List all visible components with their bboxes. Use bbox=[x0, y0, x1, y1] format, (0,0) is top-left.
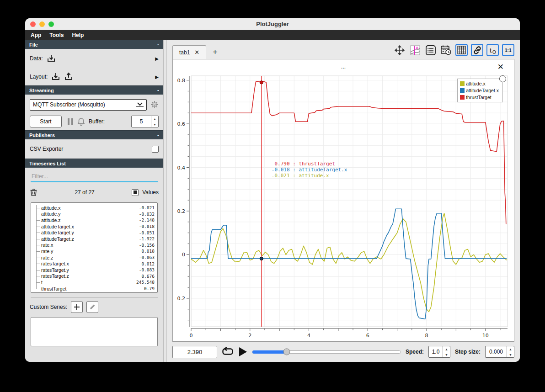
t0-time-offset-icon[interactable]: tO bbox=[486, 44, 499, 56]
series-value: 0.018 bbox=[141, 249, 155, 254]
legend-entry[interactable]: thrustTarget bbox=[460, 95, 499, 100]
main-area: tab1 ✕ + A bbox=[167, 40, 520, 362]
timeseries-row[interactable]: rate.y0.018 bbox=[31, 248, 155, 254]
load-data-icon[interactable] bbox=[47, 54, 56, 63]
data-expand-arrow[interactable]: ▶ bbox=[155, 56, 159, 61]
tracker-style-icon[interactable]: A bbox=[409, 44, 421, 56]
buffer-up-arrow[interactable]: ▲ bbox=[151, 116, 158, 122]
curve-list-icon[interactable] bbox=[424, 44, 437, 56]
speed-up-arrow[interactable]: ▲ bbox=[443, 346, 450, 352]
menu-tools[interactable]: Tools bbox=[49, 32, 64, 38]
pause-icon[interactable] bbox=[67, 118, 74, 125]
timeseries-row[interactable]: thrustTarget0.79 bbox=[31, 286, 155, 292]
timeseries-row[interactable]: attitudeTarget.y-0.051 bbox=[31, 229, 155, 236]
timeseries-row[interactable]: attitude.x-0.021 bbox=[31, 205, 155, 211]
add-custom-series-button[interactable] bbox=[71, 301, 83, 313]
plot-close-icon[interactable]: ✕ bbox=[497, 62, 504, 72]
move-tool-icon[interactable] bbox=[393, 44, 406, 56]
timeseries-row[interactable]: ratesTarget.y-0.083 bbox=[31, 267, 155, 273]
loop-icon[interactable] bbox=[222, 347, 234, 357]
plot-chart[interactable]: 02468100.80.60.40.20-0.2 0.790 : thrustT… bbox=[173, 73, 514, 341]
plot-legend[interactable]: attitude.x attitudeTarget.x thrustTarget bbox=[457, 79, 503, 102]
series-name[interactable]: ratesTarget.y bbox=[41, 267, 69, 273]
series-name[interactable]: rate.z bbox=[41, 255, 53, 260]
svg-text:A: A bbox=[416, 46, 419, 50]
current-time-display[interactable]: 2.390 bbox=[172, 346, 217, 358]
timeseries-row[interactable]: rate.z-0.063 bbox=[31, 254, 155, 261]
series-name[interactable]: attitude.x bbox=[41, 205, 61, 211]
series-name[interactable]: ratesTarget.x bbox=[41, 261, 69, 266]
notification-bell-icon[interactable] bbox=[77, 117, 85, 126]
timeseries-row[interactable]: attitude.z-2.148 bbox=[31, 217, 155, 223]
step-up-arrow[interactable]: ▲ bbox=[507, 346, 514, 352]
svg-text:0.6: 0.6 bbox=[177, 121, 186, 127]
grid-layout-icon[interactable] bbox=[455, 44, 468, 56]
legend-handle[interactable] bbox=[499, 75, 506, 82]
streaming-source-select[interactable]: MQTT Subscriber (Mosquitto) bbox=[30, 99, 147, 111]
step-size-spinbox[interactable]: 0.000 ▲▼ bbox=[485, 346, 514, 358]
streaming-settings-gear-icon[interactable] bbox=[150, 101, 159, 109]
speed-down-arrow[interactable]: ▼ bbox=[443, 352, 450, 357]
series-name[interactable]: attitude.z bbox=[41, 217, 61, 223]
timeseries-row[interactable]: rate.x-0.156 bbox=[31, 242, 155, 249]
timeseries-row[interactable]: attitudeTarget.x-0.018 bbox=[31, 223, 155, 230]
streaming-collapse-icon[interactable]: - bbox=[157, 87, 159, 94]
menu-help[interactable]: Help bbox=[72, 32, 84, 38]
menu-app[interactable]: App bbox=[31, 32, 41, 38]
plot-canvas[interactable]: 02468100.80.60.40.20-0.2 0.790 : thrustT… bbox=[173, 73, 514, 341]
step-down-arrow[interactable]: ▼ bbox=[507, 352, 514, 357]
timeseries-section-header[interactable]: Timeseries List bbox=[25, 159, 163, 168]
series-name[interactable]: attitudeTarget.x bbox=[41, 224, 74, 229]
layout-expand-arrow[interactable]: ▶ bbox=[155, 74, 159, 79]
streaming-section-header[interactable]: Streaming - bbox=[25, 85, 163, 95]
speed-spinbox[interactable]: 1.0 ▲▼ bbox=[428, 346, 450, 358]
start-button[interactable]: Start bbox=[30, 116, 62, 127]
timeline-slider[interactable] bbox=[252, 350, 401, 354]
plot-title[interactable]: ... bbox=[173, 64, 514, 70]
slider-handle[interactable] bbox=[283, 349, 290, 355]
legend-entry[interactable]: attitude.x bbox=[460, 81, 499, 86]
save-layout-icon[interactable] bbox=[64, 72, 73, 81]
filter-input[interactable] bbox=[31, 171, 158, 181]
load-layout-icon[interactable] bbox=[51, 72, 60, 81]
values-checkbox[interactable] bbox=[132, 189, 139, 196]
series-value: -1.922 bbox=[139, 236, 155, 241]
series-name[interactable]: ratesTarget.z bbox=[41, 273, 69, 279]
edit-custom-series-button[interactable] bbox=[86, 301, 98, 313]
timeseries-row[interactable]: attitudeTarget.z-1.922 bbox=[31, 236, 155, 242]
csv-exporter-checkbox[interactable] bbox=[152, 146, 159, 153]
trash-icon[interactable] bbox=[30, 188, 37, 196]
sidebar-splitter[interactable] bbox=[164, 40, 167, 362]
series-name[interactable]: rate.x bbox=[41, 242, 53, 248]
add-tab-button[interactable]: + bbox=[213, 48, 218, 57]
timeseries-row[interactable]: ratesTarget.z0.676 bbox=[31, 273, 155, 280]
legend-entry[interactable]: attitudeTarget.x bbox=[460, 88, 499, 93]
datetime-icon[interactable] bbox=[440, 44, 452, 56]
csv-exporter-label: CSV Exporter bbox=[30, 146, 63, 152]
svg-text:2: 2 bbox=[248, 333, 251, 339]
series-name[interactable]: attitude.y bbox=[41, 211, 61, 217]
file-section-header[interactable]: File - bbox=[25, 40, 163, 49]
tab-tab1[interactable]: tab1 ✕ bbox=[172, 45, 206, 59]
tab-close-icon[interactable]: ✕ bbox=[194, 49, 199, 56]
play-button[interactable] bbox=[238, 347, 247, 357]
legend-swatch-thrusttarget bbox=[460, 95, 465, 100]
timeseries-row[interactable]: t245.548 bbox=[31, 279, 155, 286]
ratio-1to1-icon[interactable]: 1:1 bbox=[502, 44, 514, 56]
buffer-down-arrow[interactable]: ▼ bbox=[151, 122, 158, 127]
buffer-spinbox[interactable]: 5 ▲ ▼ bbox=[131, 116, 159, 127]
timeseries-row[interactable]: ratesTarget.x0.012 bbox=[31, 260, 155, 267]
menubar: App Tools Help bbox=[25, 30, 520, 40]
link-axes-icon[interactable] bbox=[471, 44, 483, 56]
file-collapse-icon[interactable]: - bbox=[157, 42, 159, 48]
series-name[interactable]: attitudeTarget.z bbox=[41, 236, 74, 242]
custom-series-list[interactable] bbox=[31, 317, 158, 346]
timeseries-row[interactable]: attitude.y-0.032 bbox=[31, 211, 155, 217]
series-name[interactable]: t bbox=[41, 280, 43, 285]
series-name[interactable]: thrustTarget bbox=[41, 286, 66, 291]
series-name[interactable]: attitudeTarget.y bbox=[41, 230, 74, 235]
svg-text:0.8: 0.8 bbox=[177, 78, 186, 84]
series-name[interactable]: rate.y bbox=[41, 249, 53, 254]
publishers-section-header[interactable]: Publishers - bbox=[25, 130, 163, 139]
publishers-collapse-icon[interactable]: - bbox=[157, 132, 159, 138]
